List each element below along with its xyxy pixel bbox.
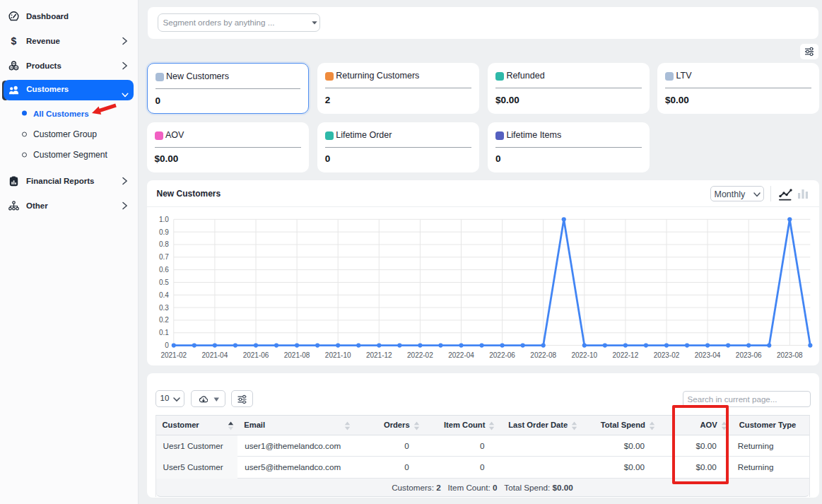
svg-text:0.4: 0.4 xyxy=(158,291,168,299)
svg-text:0: 0 xyxy=(165,341,169,349)
svg-text:0.5: 0.5 xyxy=(158,279,168,286)
svg-text:2022-12: 2022-12 xyxy=(612,351,638,359)
svg-text:2021-02: 2021-02 xyxy=(160,351,187,359)
svg-text:0.9: 0.9 xyxy=(158,228,168,236)
svg-text:2022-02: 2022-02 xyxy=(407,351,433,359)
svg-text:0.3: 0.3 xyxy=(158,304,168,312)
svg-text:2021-08: 2021-08 xyxy=(283,351,310,359)
svg-text:2021-10: 2021-10 xyxy=(324,351,351,359)
svg-text:2023-06: 2023-06 xyxy=(735,351,761,359)
svg-text:0.2: 0.2 xyxy=(158,316,168,324)
svg-text:2022-06: 2022-06 xyxy=(489,351,515,359)
svg-text:0.8: 0.8 xyxy=(158,240,168,248)
svg-text:1.0: 1.0 xyxy=(158,216,168,223)
svg-text:2022-04: 2022-04 xyxy=(448,351,474,359)
svg-text:2021-12: 2021-12 xyxy=(365,351,392,359)
svg-text:2022-10: 2022-10 xyxy=(571,351,597,359)
svg-text:2022-08: 2022-08 xyxy=(530,351,556,359)
svg-text:2021-06: 2021-06 xyxy=(242,351,269,359)
svg-text:2023-08: 2023-08 xyxy=(776,351,802,359)
svg-text:2021-04: 2021-04 xyxy=(201,351,228,359)
svg-text:2023-02: 2023-02 xyxy=(653,351,679,359)
svg-text:0.1: 0.1 xyxy=(158,329,168,336)
svg-text:0.7: 0.7 xyxy=(158,253,168,261)
svg-text:0.6: 0.6 xyxy=(158,266,168,274)
svg-text:2023-04: 2023-04 xyxy=(694,351,720,359)
